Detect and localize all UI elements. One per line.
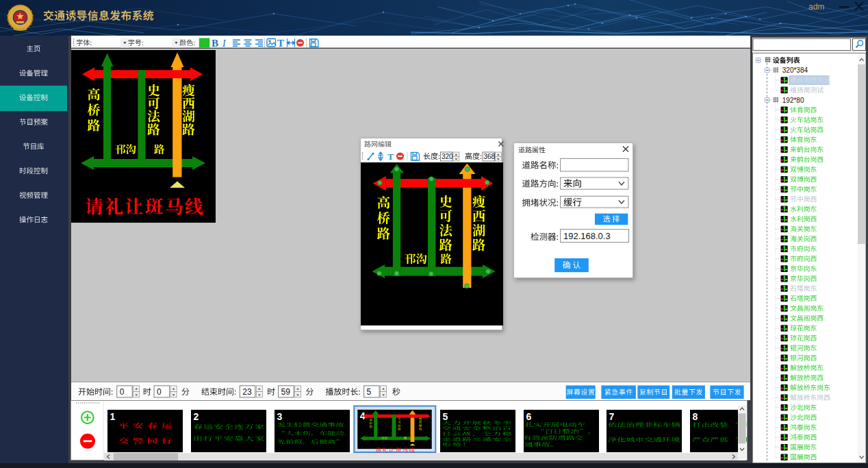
svg-text:320*384: 320*384 [782, 66, 808, 74]
svg-text:192*80: 192*80 [782, 97, 804, 104]
